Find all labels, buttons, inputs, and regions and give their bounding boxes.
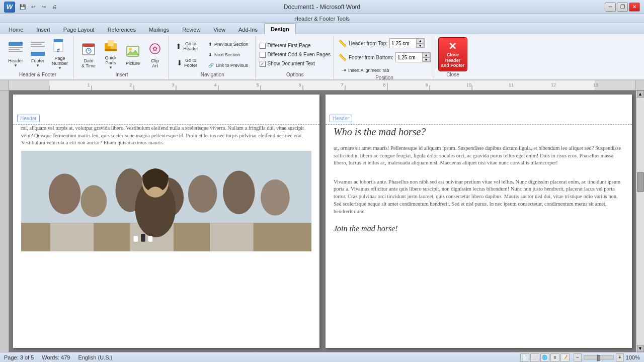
quick-parts-button[interactable]: Quick Parts ▼ [100, 37, 121, 71]
footer-icon [30, 41, 46, 57]
vertical-scrollbar[interactable]: ▲ ▼ [636, 90, 644, 352]
zoom-controls: − + 100% [574, 353, 640, 361]
print-button[interactable]: 🖨 [50, 3, 59, 12]
svg-text:✿: ✿ [152, 45, 157, 52]
title-bar: W 💾 ↩ ↪ 🖨 Document1 - Microsoft Word ─ ❐… [0, 0, 644, 14]
group-options-content: Different First Page Different Odd & Eve… [260, 37, 331, 72]
different-first-page-checkbox[interactable] [260, 43, 266, 49]
svg-rect-6 [31, 46, 45, 47]
quick-parts-icon [103, 39, 119, 54]
different-odd-even-checkbox[interactable] [260, 52, 266, 58]
full-screen-button[interactable]: ⬜ [530, 353, 539, 361]
footer-from-bottom-input[interactable] [396, 53, 422, 62]
close-hf-icon: ✕ [448, 40, 457, 52]
header-top-down-button[interactable]: ▼ [416, 43, 424, 48]
alignment-tab-icon: ⇥ [342, 67, 346, 73]
tab-add-ins[interactable]: Add-Ins [232, 24, 264, 34]
close-header-footer-button[interactable]: ✕ Close Headerand Footer [438, 37, 467, 71]
hf-tools-label: Header & Footer Tools [294, 16, 350, 22]
goto-footer-button[interactable]: ⬇ Go toFooter [173, 55, 201, 70]
previous-section-button[interactable]: ⬆ Previous Section [205, 40, 252, 49]
tab-mailings[interactable]: Mailings [142, 24, 176, 34]
svg-point-53 [49, 173, 80, 214]
insert-alignment-tab-button[interactable]: ⇥ Insert Alignment Tab [338, 65, 431, 75]
svg-text:13: 13 [593, 82, 598, 87]
show-document-text-checkbox[interactable]: ✓ [260, 61, 266, 67]
title-bar-left: W 💾 ↩ ↪ 🖨 [4, 2, 59, 13]
clip-art-button[interactable]: ✿ Clip Art [144, 37, 166, 71]
svg-rect-65 [134, 236, 138, 242]
status-bar-right: 📄 ⬜ 🌐 ≡ 📝 − + 100% [520, 353, 640, 361]
footer-bottom-up-button[interactable]: ▲ [422, 53, 430, 57]
save-button[interactable]: 💾 [18, 3, 27, 12]
left-page: Header mi, aliquam vel turpis at, volutp… [13, 95, 319, 348]
ribbon: Home Insert Page Layout References Maili… [0, 23, 644, 80]
date-time-button[interactable]: Date & Time [78, 37, 99, 71]
document-pages: Header mi, aliquam vel turpis at, volutp… [9, 90, 636, 352]
goto-header-button[interactable]: ⬆ Go toHeader [173, 39, 201, 54]
header-icon [8, 41, 24, 57]
page-title: Who is the mad horse? [334, 125, 624, 139]
svg-rect-24 [9, 80, 635, 90]
right-page: Header Who is the mad horse? ut, ornare … [326, 95, 632, 348]
group-insert-buttons: Date & Time Quick Parts ▼ [78, 37, 166, 72]
tab-insert[interactable]: Insert [30, 24, 57, 34]
header-from-top-icon: 📏 [338, 39, 347, 47]
tab-design[interactable]: Design [264, 23, 296, 34]
header-button[interactable]: Header ▼ [5, 37, 26, 71]
redo-button[interactable]: ↪ [39, 3, 48, 12]
left-page-header-marker: Header [13, 95, 319, 125]
link-to-previous-button[interactable]: 🔗 Link to Previous [205, 61, 252, 70]
next-section-button[interactable]: ⬇ Next Section [205, 50, 252, 59]
tab-page-layout[interactable]: Page Layout [57, 24, 101, 34]
page-number-button[interactable]: # Page Number ▼ [49, 37, 70, 71]
print-layout-button[interactable]: 📄 [520, 353, 529, 361]
zoom-slider-thumb[interactable] [597, 355, 600, 361]
different-first-page-label: Different First Page [268, 43, 311, 48]
header-from-top-input[interactable] [390, 39, 416, 48]
scroll-up-button[interactable]: ▲ [637, 90, 644, 98]
svg-text:11: 11 [509, 82, 514, 87]
document-area: Header mi, aliquam vel turpis at, volutp… [0, 90, 644, 352]
minimize-button[interactable]: ─ [605, 3, 616, 12]
tab-review[interactable]: Review [176, 24, 207, 34]
zoom-out-button[interactable]: − [574, 353, 582, 361]
outline-button[interactable]: ≡ [550, 353, 559, 361]
status-bar: Page: 3 of 5 Words: 479 English (U.S.) 📄… [0, 352, 644, 362]
footer-bottom-down-button[interactable]: ▼ [422, 57, 430, 62]
tab-view[interactable]: View [207, 24, 232, 34]
scroll-down-button[interactable]: ▼ [637, 345, 644, 352]
restore-button[interactable]: ❐ [617, 3, 628, 12]
svg-rect-66 [141, 234, 145, 242]
svg-rect-25 [9, 80, 49, 90]
svg-rect-4 [31, 42, 45, 43]
quick-access-toolbar: 💾 ↩ ↪ 🖨 [18, 3, 59, 12]
undo-button[interactable]: ↩ [29, 3, 38, 12]
page-count: Page: 3 of 5 [4, 354, 34, 360]
scroll-thumb[interactable] [637, 172, 644, 192]
svg-text:5: 5 [256, 82, 259, 87]
date-time-icon [80, 41, 97, 57]
svg-rect-1 [9, 47, 23, 48]
zoom-in-button[interactable]: + [616, 353, 624, 361]
web-layout-button[interactable]: 🌐 [540, 353, 549, 361]
show-document-text-label: Show Document Text [268, 61, 315, 66]
picture-button[interactable]: Picture [122, 37, 143, 71]
tab-home[interactable]: Home [2, 24, 30, 34]
zoom-slider[interactable] [584, 355, 614, 359]
link-icon: 🔗 [208, 63, 214, 68]
right-body-paragraph-1: ut, ornare sit amet mauris! Pellentesque… [334, 145, 624, 167]
group-position: 📏 Header from Top: ▲ ▼ 📏 Footer from Bot… [335, 36, 434, 79]
group-close: ✕ Close Headerand Footer Close [435, 36, 470, 79]
ruler-side-left [0, 80, 9, 90]
draft-button[interactable]: 📝 [560, 353, 570, 361]
group-hf-label: Header & Footer [19, 72, 56, 78]
header-top-up-button[interactable]: ▲ [416, 39, 424, 43]
close-window-button[interactable]: ✕ [629, 3, 640, 12]
group-close-content: ✕ Close Headerand Footer [438, 37, 467, 72]
goto-footer-icon: ⬇ [177, 59, 183, 67]
svg-rect-19 [105, 49, 117, 51]
footer-button[interactable]: Footer ▼ [27, 37, 48, 71]
tab-references[interactable]: References [101, 24, 142, 34]
window-controls: ─ ❐ ✕ [605, 3, 640, 12]
